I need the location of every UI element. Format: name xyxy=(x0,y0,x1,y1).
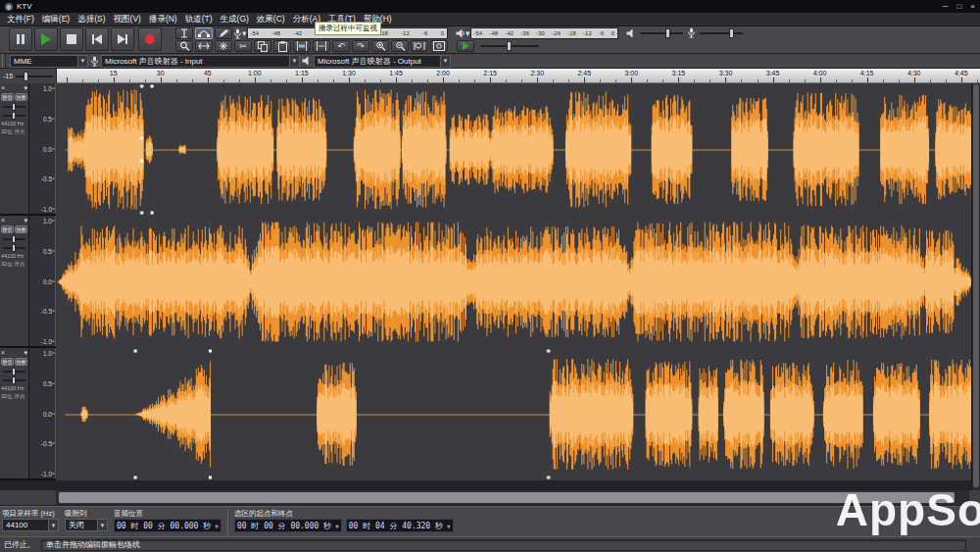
track-menu-icon[interactable]: ▾ xyxy=(24,217,27,224)
copy-button[interactable] xyxy=(254,40,271,52)
undo-icon: ↶ xyxy=(337,42,345,51)
snap-to-label: 吸附到 xyxy=(65,509,108,518)
playback-volume-slider[interactable] xyxy=(640,32,683,34)
amplitude-scale-label: 0.5 xyxy=(43,379,52,386)
timeline-tick xyxy=(443,77,444,82)
menu-item-3[interactable]: 视图(V) xyxy=(110,14,145,25)
close-button[interactable]: × xyxy=(970,2,975,11)
track-pan-slider[interactable] xyxy=(3,379,25,381)
record-button[interactable] xyxy=(138,27,162,51)
track-close-icon[interactable]: × xyxy=(1,84,5,91)
play-speed-slider[interactable] xyxy=(480,45,539,47)
playback-device-select[interactable]: Microsoft 声音映射器 - Output▼ xyxy=(314,55,451,68)
track-pan-slider[interactable] xyxy=(3,247,25,249)
redo-button[interactable]: ↷ xyxy=(352,40,369,52)
playback-meter[interactable]: ▾ -54-48-42-36-30-24-18-12-60 xyxy=(450,27,618,39)
mute-button[interactable]: 静音 xyxy=(1,226,14,233)
menu-item-4[interactable]: 播录(N) xyxy=(145,14,181,25)
recording-volume-slider[interactable] xyxy=(700,32,743,34)
solo-button[interactable]: 独奏 xyxy=(15,93,27,101)
timeline-tick xyxy=(725,77,726,82)
timeline-tick xyxy=(662,79,663,82)
menu-item-6[interactable]: 生成(G) xyxy=(217,14,253,25)
timeline-tick xyxy=(129,79,130,82)
amplitude-scale-label: 1.0 xyxy=(43,218,52,225)
envelope-tool-button[interactable] xyxy=(195,27,213,39)
play-button[interactable] xyxy=(34,27,58,51)
timeline-tick xyxy=(333,79,334,82)
waveform[interactable] xyxy=(56,83,980,216)
transport-toolbar xyxy=(2,27,163,51)
skip-start-button[interactable] xyxy=(85,27,109,51)
track-vertical-ruler[interactable]: 1.00.50.0-0.5-1.0 xyxy=(29,83,56,214)
waveform[interactable] xyxy=(56,216,980,348)
menu-item-7[interactable]: 效果(C) xyxy=(253,14,289,25)
skip-end-button[interactable] xyxy=(111,27,134,51)
cut-button[interactable]: ✂ xyxy=(234,40,252,52)
vertical-scrollbar-thumb[interactable] xyxy=(973,84,979,487)
track-control-panel: × ▾ 静音 独奏 44100 Hz 32位 浮点 xyxy=(0,348,29,478)
track-gain-slider[interactable] xyxy=(3,238,25,240)
track-menu-icon[interactable]: ▾ xyxy=(24,84,27,91)
timeline-tick xyxy=(914,77,915,82)
pause-button[interactable] xyxy=(9,27,32,51)
play-at-speed-toolbar xyxy=(450,40,567,52)
track-gain-slider[interactable] xyxy=(3,371,25,373)
menu-item-5[interactable]: 轨道(T) xyxy=(181,14,217,25)
menu-item-2[interactable]: 选择(S) xyxy=(74,14,109,25)
horizontal-scrollbar[interactable] xyxy=(57,490,968,505)
timeshift-tool-button[interactable] xyxy=(195,40,213,52)
timeline-ruler[interactable]: 1530451:001:151:301:452:002:152:302:453:… xyxy=(57,69,980,83)
edit-toolbar: ✂ ↶ ↷ xyxy=(227,40,449,52)
selection-start-field[interactable]: 00 时 00 分 00.000 秒▼ xyxy=(234,519,342,532)
trim-audio-button[interactable] xyxy=(293,40,311,52)
timeline-tick xyxy=(647,79,648,82)
timeline-tick xyxy=(930,79,931,82)
play-at-speed-button[interactable] xyxy=(457,40,474,52)
speaker-icon xyxy=(302,56,312,66)
solo-button[interactable]: 独奏 xyxy=(15,358,27,366)
waveform[interactable] xyxy=(56,348,980,480)
audio-position-field[interactable]: 00 时 00 分 00.000 秒▼ xyxy=(114,519,221,532)
mute-button[interactable]: 静音 xyxy=(1,358,14,366)
track-pan-slider[interactable] xyxy=(3,115,25,117)
maximize-button[interactable]: □ xyxy=(956,2,961,11)
snap-to-select[interactable]: 关闭▼ xyxy=(65,519,108,531)
minimize-button[interactable]: ─ xyxy=(943,2,949,11)
toolbar-grip[interactable] xyxy=(2,54,6,68)
timeline-tick xyxy=(805,79,806,82)
fit-selection-button[interactable] xyxy=(411,40,428,52)
track-menu-icon[interactable]: ▾ xyxy=(24,349,27,356)
audio-host-select[interactable]: MME▼ xyxy=(10,55,88,68)
corner-slider[interactable] xyxy=(16,75,53,77)
track-close-icon[interactable]: × xyxy=(1,349,5,356)
selection-tool-button[interactable] xyxy=(175,27,193,39)
track-close-icon[interactable]: × xyxy=(1,217,5,224)
zoom-in-button[interactable] xyxy=(371,40,389,52)
silence-audio-button[interactable] xyxy=(313,40,330,52)
fit-project-button[interactable] xyxy=(430,40,448,52)
stop-button[interactable] xyxy=(60,27,83,51)
zoom-out-button[interactable] xyxy=(391,40,409,52)
track-gain-slider[interactable] xyxy=(3,106,25,108)
track-vertical-ruler[interactable]: 1.00.50.0-0.5-1.0 xyxy=(29,348,56,478)
scale-tick xyxy=(52,443,55,444)
selection-end-field[interactable]: 00 时 04 分 40.320 秒▼ xyxy=(346,519,454,532)
solo-button[interactable]: 独奏 xyxy=(15,226,27,233)
menu-item-1[interactable]: 编辑(E) xyxy=(38,14,74,25)
timeline-tick xyxy=(270,79,271,82)
track-vertical-ruler[interactable]: 1.00.50.0-0.5-1.0 xyxy=(29,216,56,346)
timeline-tick xyxy=(694,79,695,82)
timeline-tick xyxy=(899,79,900,82)
audacity-window: KTV ─ □ × 文件(F)编辑(E)选择(S)视图(V)播录(N)轨道(T)… xyxy=(0,0,980,552)
horizontal-scrollbar-thumb[interactable] xyxy=(59,492,955,503)
timeline-label: 45 xyxy=(204,70,212,76)
paste-button[interactable] xyxy=(273,40,291,52)
mute-button[interactable]: 静音 xyxy=(1,93,14,101)
undo-button[interactable]: ↶ xyxy=(332,40,350,52)
menu-item-0[interactable]: 文件(F) xyxy=(3,14,38,25)
project-rate-select[interactable]: 44100▼ xyxy=(2,519,59,531)
zoom-tool-button[interactable] xyxy=(175,40,193,52)
vertical-scrollbar[interactable] xyxy=(971,83,980,490)
recording-device-select[interactable]: Microsoft 声音映射器 - Input▼ xyxy=(101,55,300,68)
